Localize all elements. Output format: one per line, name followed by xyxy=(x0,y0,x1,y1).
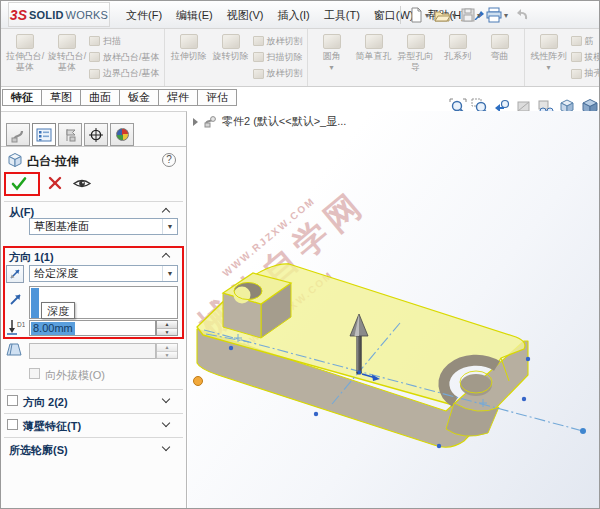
undo-icon xyxy=(512,6,530,24)
undo-button[interactable] xyxy=(510,6,532,24)
depth-spinner[interactable]: ▲▼ xyxy=(156,320,178,336)
depth-value: 8.00mm xyxy=(31,322,75,335)
ok-button[interactable] xyxy=(10,176,28,194)
fillet-button[interactable]: 圆角 ▾ xyxy=(311,31,353,84)
solidworks-window: 3S SOLIDWORKS 文件(F) 编辑(E) 视图(V) 插入(I) 工具… xyxy=(0,0,600,509)
chevron-down-icon[interactable] xyxy=(162,419,170,427)
rib-button[interactable]: 筋 xyxy=(571,35,600,48)
tab-sketch[interactable]: 草图 xyxy=(41,89,81,106)
tab-weldments[interactable]: 焊件 xyxy=(158,89,198,106)
menu-insert[interactable]: 插入(I) xyxy=(270,8,316,23)
selected-contours-section-header[interactable]: 所选轮廓(S) xyxy=(9,443,68,458)
draft-outward-checkbox[interactable] xyxy=(29,368,40,379)
extruded-cut-icon xyxy=(180,34,198,49)
quick-toolbar: ▾ ▾ ▾ ▾ xyxy=(395,1,532,29)
linear-pattern-button[interactable]: 线性阵列 ▾ xyxy=(528,31,570,84)
swept-cut-icon xyxy=(253,52,264,62)
draft-feature-icon xyxy=(571,52,582,62)
simple-hole-button[interactable]: 简单直孔 xyxy=(353,31,395,84)
boundary-cut-button[interactable]: 放样切割 xyxy=(253,67,303,80)
menu-edit[interactable]: 编辑(E) xyxy=(169,8,220,23)
expand-arrow-icon[interactable] xyxy=(193,118,198,126)
chevron-up-icon[interactable] xyxy=(162,208,170,216)
flex-button[interactable]: 弯曲 xyxy=(479,31,521,84)
solidworks-logo: 3S SOLIDWORKS xyxy=(8,2,110,27)
save-button[interactable]: ▾ xyxy=(458,6,483,24)
configuration-tab[interactable] xyxy=(58,123,82,146)
print-button[interactable]: ▾ xyxy=(483,6,510,24)
feature-tree-node-label: 零件2 (默认<<默认>_显... xyxy=(222,114,346,129)
direction2-section-header[interactable]: 方向 2(2) xyxy=(23,395,68,410)
lofted-boss-button[interactable]: 放样凸台/基体 xyxy=(89,51,160,64)
direction1-section-header[interactable]: 方向 1(1) xyxy=(9,250,54,265)
depth-tooltip: 深度 xyxy=(41,302,75,319)
tab-evaluate[interactable]: 评估 xyxy=(197,89,237,106)
shell-button[interactable]: 抽壳 xyxy=(571,67,600,80)
new-document-icon xyxy=(408,6,424,24)
draft-button[interactable]: 拔模 xyxy=(571,51,600,64)
print-icon xyxy=(485,6,503,24)
flex-icon xyxy=(491,34,509,49)
help-button[interactable]: ? xyxy=(162,153,176,167)
start-condition-dropdown[interactable]: 草图基准面 ▼ xyxy=(29,218,178,235)
direction-reference-icon xyxy=(8,292,23,309)
chevron-down-icon[interactable] xyxy=(162,443,170,451)
thin-feature-section-header[interactable]: 薄壁特征(T) xyxy=(23,419,81,434)
property-manager-icon xyxy=(36,127,52,143)
svg-text:D1: D1 xyxy=(17,321,25,328)
revolved-boss-button[interactable]: 旋转凸台/基体 xyxy=(46,31,88,84)
part-icon xyxy=(203,115,217,129)
swept-cut-button[interactable]: 扫描切除 xyxy=(253,51,303,64)
draft-angle-input[interactable] xyxy=(29,343,156,359)
feature-tree-flyout[interactable]: 零件2 (默认<<默认>_显... xyxy=(193,114,346,129)
menu-view[interactable]: 视图(V) xyxy=(220,8,271,23)
sweep-icon xyxy=(89,36,100,46)
tab-features[interactable]: 特征 xyxy=(2,89,42,106)
eye-icon xyxy=(72,176,92,191)
hole-wizard-icon xyxy=(407,34,425,49)
draft-outward-label: 向外拔模(O) xyxy=(45,368,105,383)
feature-tree-icon xyxy=(10,127,26,143)
hole-series-icon xyxy=(449,34,467,49)
cancel-button[interactable] xyxy=(48,176,62,192)
revolved-cut-icon xyxy=(222,34,240,49)
menu-tools[interactable]: 工具(T) xyxy=(317,8,367,23)
thin-feature-checkbox[interactable] xyxy=(7,419,18,430)
tab-sheet-metal[interactable]: 钣金 xyxy=(119,89,159,106)
sweep-button[interactable]: 扫描 xyxy=(89,35,160,48)
show-preview-button[interactable] xyxy=(72,176,92,193)
reverse-direction-button[interactable] xyxy=(6,265,24,283)
revolved-cut-button[interactable]: 旋转切除 xyxy=(210,31,252,84)
boundary-boss-button[interactable]: 边界凸台/基体 xyxy=(89,67,160,80)
menu-bar: 3S SOLIDWORKS 文件(F) 编辑(E) 视图(V) 插入(I) 工具… xyxy=(1,1,599,29)
graphics-area[interactable]: WWW.RJZXW.COM 械件自学网 WWW.RJZXW.COM xyxy=(188,111,600,509)
selected-vertex-point[interactable] xyxy=(194,377,203,386)
dimxpert-icon xyxy=(88,127,104,143)
boundary-icon xyxy=(89,69,100,79)
chevron-down-icon[interactable] xyxy=(162,395,170,403)
feature-tree-tab[interactable] xyxy=(6,123,30,146)
open-button[interactable]: ▾ xyxy=(431,6,458,24)
extruded-cut-button[interactable]: 拉伸切除 xyxy=(168,31,210,84)
centerline-endpoint[interactable] xyxy=(580,428,586,434)
direction2-checkbox[interactable] xyxy=(7,395,18,406)
hole-series-button[interactable]: 孔系列 xyxy=(437,31,479,84)
dimxpert-tab[interactable] xyxy=(84,123,108,146)
ds-logo-icon: 3S xyxy=(10,7,27,23)
display-manager-tab[interactable] xyxy=(110,123,134,146)
depth-input[interactable]: 8.00mm xyxy=(29,320,156,336)
property-manager-tab[interactable] xyxy=(32,123,56,146)
extruded-boss-button[interactable]: 拉伸凸台/基体 xyxy=(4,31,46,84)
end-condition-dropdown[interactable]: 给定深度 ▼ xyxy=(29,265,178,282)
panel-tabs xyxy=(6,123,134,146)
chevron-down-icon: ▼ xyxy=(162,219,177,234)
open-folder-icon xyxy=(433,6,451,24)
draft-angle-spinner[interactable]: ▲▼ xyxy=(156,343,178,359)
lofted-cut-button[interactable]: 放样切割 xyxy=(253,35,303,48)
hole-wizard-button[interactable]: 异型孔向导 xyxy=(395,31,437,84)
new-document-button[interactable]: ▾ xyxy=(406,6,431,24)
tab-surfaces[interactable]: 曲面 xyxy=(80,89,120,106)
ribbon-group-features: 圆角 ▾ 简单直孔 异型孔向导 孔系列 弯曲 xyxy=(307,29,524,86)
menu-file[interactable]: 文件(F) xyxy=(119,8,169,23)
shell-icon xyxy=(571,69,582,79)
